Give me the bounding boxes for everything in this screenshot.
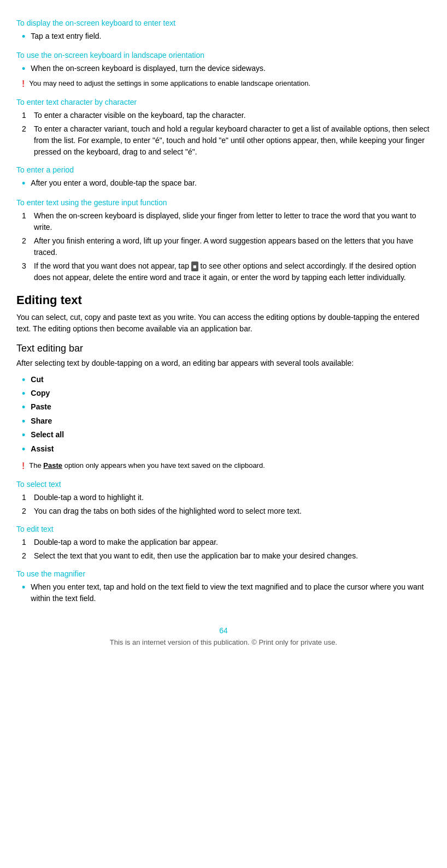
section-edit-text: To edit text 1 Double-tap a word to make…: [16, 525, 431, 562]
numbered-item: 2 To enter a character variant, touch an…: [22, 123, 431, 158]
bullet-text: When the on-screen keyboard is displayed…: [31, 63, 266, 74]
bullet-icon: •: [22, 581, 25, 594]
section-heading-gesture-input: To enter text using the gesture input fu…: [16, 198, 431, 207]
bullet-icon: •: [22, 31, 25, 43]
footer-text: This is an internet version of this publ…: [16, 638, 431, 646]
bold-list-item: • Select all: [22, 429, 431, 442]
list-number: 3: [22, 260, 30, 272]
bullet-item: • After you enter a word, double-tap the…: [22, 177, 431, 190]
list-text: Select the text that you want to edit, t…: [34, 550, 358, 562]
numbered-item: 1 Double-tap a word to make the applicat…: [22, 537, 431, 548]
bullet-icon: •: [22, 429, 25, 442]
bold-list-item: • Assist: [22, 443, 431, 456]
bullet-item: • When you enter text, tap and hold on t…: [22, 581, 431, 604]
section-heading-display-keyboard: To display the on-screen keyboard to ent…: [16, 19, 431, 27]
heading-editing-text: Editing text: [16, 293, 431, 307]
numbered-item: 2 After you finish entering a word, lift…: [22, 235, 431, 258]
bold-item-paste: Paste: [31, 401, 51, 413]
bold-list-item: • Copy: [22, 388, 431, 400]
bullet-icon: •: [22, 177, 25, 190]
numbered-item: 1 When the on-screen keyboard is display…: [22, 210, 431, 233]
heading-text-editing-bar: Text editing bar: [16, 343, 431, 354]
list-number: 2: [22, 235, 30, 247]
list-text: To enter a character variant, touch and …: [34, 123, 431, 158]
warning-item-paste: ! The Paste option only appears when you…: [22, 460, 431, 472]
bold-list-item: • Paste: [22, 401, 431, 414]
bullet-text: When you enter text, tap and hold on the…: [31, 581, 431, 604]
options-icon: ■: [191, 261, 198, 272]
list-text: After you finish entering a word, lift u…: [34, 235, 431, 258]
section-heading-enter-by-character: To enter text character by character: [16, 98, 431, 106]
section-text-editing-bar: Text editing bar After selecting text by…: [16, 343, 431, 472]
numbered-item: 2 You can drag the tabs on both sides of…: [22, 506, 431, 517]
bold-item-share: Share: [31, 415, 52, 427]
page-footer: 64 This is an internet version of this p…: [16, 626, 431, 646]
bullet-icon: •: [22, 374, 25, 387]
bold-list-item: • Share: [22, 415, 431, 428]
numbered-item: 2 Select the text that you want to edit,…: [22, 550, 431, 562]
bullet-item: • When the on-screen keyboard is display…: [22, 63, 431, 75]
section-enter-by-character: To enter text character by character 1 T…: [16, 98, 431, 158]
section-enter-period: To enter a period • After you enter a wo…: [16, 165, 431, 190]
list-text: Double-tap a word to highlight it.: [34, 492, 144, 503]
section-gesture-input: To enter text using the gesture input fu…: [16, 198, 431, 283]
warning-text: You may need to adjust the settings in s…: [29, 78, 310, 89]
bold-item-assist: Assist: [31, 443, 54, 455]
list-number: 2: [22, 550, 30, 562]
warning-icon: !: [22, 78, 25, 90]
numbered-item: 1 Double-tap a word to highlight it.: [22, 492, 431, 503]
bullet-icon: •: [22, 401, 25, 414]
section-heading-magnifier: To use the magnifier: [16, 569, 431, 578]
editing-text-body: You can select, cut, copy and paste text…: [16, 312, 431, 335]
section-select-text: To select text 1 Double-tap a word to hi…: [16, 480, 431, 517]
list-text: To enter a character visible on the keyb…: [34, 110, 246, 121]
warning-icon: !: [22, 460, 25, 472]
list-text: You can drag the tabs on both sides of t…: [34, 506, 302, 517]
page-number: 64: [16, 626, 431, 635]
bold-list-item: • Cut: [22, 374, 431, 387]
list-number: 1: [22, 492, 30, 503]
bold-item-cut: Cut: [31, 374, 43, 385]
bold-item-select-all: Select all: [31, 429, 64, 441]
list-text: If the word that you want does not appea…: [34, 260, 431, 283]
warning-item: ! You may need to adjust the settings in…: [22, 78, 431, 90]
section-editing-text: Editing text You can select, cut, copy a…: [16, 293, 431, 335]
numbered-list: 1 When the on-screen keyboard is display…: [22, 210, 431, 283]
list-number: 2: [22, 506, 30, 517]
numbered-item: 3 If the word that you want does not app…: [22, 260, 431, 283]
paste-label: Paste: [43, 461, 62, 469]
section-landscape-keyboard: To use the on-screen keyboard in landsca…: [16, 51, 431, 90]
numbered-item: 1 To enter a character visible on the ke…: [22, 110, 431, 121]
bullet-item: • Tap a text entry field.: [22, 31, 431, 43]
numbered-list: 1 To enter a character visible on the ke…: [22, 110, 431, 158]
bullet-icon: •: [22, 415, 25, 428]
list-text: Double-tap a word to make the applicatio…: [34, 537, 218, 548]
numbered-list: 1 Double-tap a word to highlight it. 2 Y…: [22, 492, 431, 517]
section-heading-edit-text: To edit text: [16, 525, 431, 533]
bold-item-copy: Copy: [31, 388, 50, 399]
section-heading-landscape-keyboard: To use the on-screen keyboard in landsca…: [16, 51, 431, 60]
list-number: 1: [22, 110, 30, 121]
text-editing-bar-body: After selecting text by double-tapping o…: [16, 358, 431, 370]
list-number: 2: [22, 123, 30, 135]
bullet-icon: •: [22, 443, 25, 456]
bullet-text: After you enter a word, double-tap the s…: [31, 177, 197, 189]
section-heading-select-text: To select text: [16, 480, 431, 489]
bullet-icon: •: [22, 63, 25, 75]
list-number: 1: [22, 537, 30, 548]
list-number: 1: [22, 210, 30, 222]
list-text: When the on-screen keyboard is displayed…: [34, 210, 431, 233]
section-display-keyboard: To display the on-screen keyboard to ent…: [16, 19, 431, 43]
numbered-list: 1 Double-tap a word to make the applicat…: [22, 537, 431, 562]
section-magnifier: To use the magnifier • When you enter te…: [16, 569, 431, 604]
bullet-icon: •: [22, 388, 25, 400]
warning-text-paste: The Paste option only appears when you h…: [29, 460, 264, 471]
section-heading-enter-period: To enter a period: [16, 165, 431, 174]
bullet-text: Tap a text entry field.: [31, 31, 101, 42]
